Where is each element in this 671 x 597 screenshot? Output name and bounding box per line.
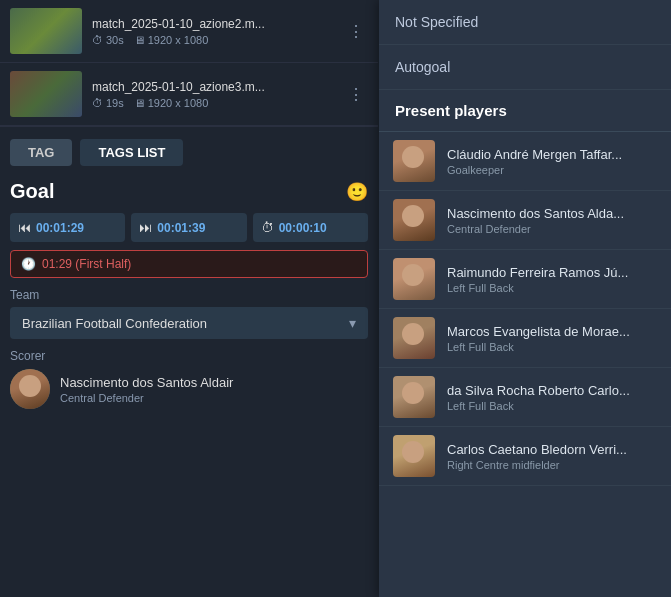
- scorer-info: Nascimento dos Santos Aldair Central Def…: [60, 375, 233, 404]
- player-info-5: Carlos Caetano Bledorn Verri... Right Ce…: [447, 442, 657, 471]
- time-row: ⏮ 00:01:29 ⏭ 00:01:39 ⏱ 00:00:10: [10, 213, 368, 242]
- time-duration-icon: ⏱: [261, 220, 274, 235]
- player-name-4: da Silva Rocha Roberto Carlo...: [447, 383, 657, 398]
- player-name-3: Marcos Evangelista de Morae...: [447, 324, 657, 339]
- half-icon: 🕐: [21, 257, 36, 271]
- video-duration-2: ⏱ 19s: [92, 97, 124, 109]
- time-start-val: 00:01:29: [36, 221, 84, 235]
- player-item-4[interactable]: da Silva Rocha Roberto Carlo... Left Ful…: [379, 368, 671, 427]
- half-pill[interactable]: 🕐 01:29 (First Half): [10, 250, 368, 278]
- chevron-down-icon: ▾: [349, 315, 356, 331]
- player-position-0: Goalkeeper: [447, 164, 657, 176]
- player-position-3: Left Full Back: [447, 341, 657, 353]
- player-name-5: Carlos Caetano Bledorn Verri...: [447, 442, 657, 457]
- video-list: match_2025-01-10_azione2.m... ⏱ 30s 🖥 19…: [0, 0, 378, 127]
- scorer-name: Nascimento dos Santos Aldair: [60, 375, 233, 390]
- video-name-2: match_2025-01-10_azione3.m...: [92, 80, 334, 94]
- player-position-2: Left Full Back: [447, 282, 657, 294]
- team-value: Brazilian Football Confederation: [22, 316, 207, 331]
- player-name-2: Raimundo Ferreira Ramos Jú...: [447, 265, 657, 280]
- dropdown-not-specified[interactable]: Not Specified: [379, 0, 671, 45]
- time-duration-pill[interactable]: ⏱ 00:00:10: [253, 213, 368, 242]
- player-info-1: Nascimento dos Santos Alda... Central De…: [447, 206, 657, 235]
- player-info-2: Raimundo Ferreira Ramos Jú... Left Full …: [447, 265, 657, 294]
- right-panel-dropdown: Not Specified Autogoal Present players C…: [379, 0, 671, 597]
- player-info-4: da Silva Rocha Roberto Carlo... Left Ful…: [447, 383, 657, 412]
- player-avatar-4: [393, 376, 435, 418]
- time-end-icon: ⏭: [139, 220, 152, 235]
- screen-icon-1: 🖥: [134, 34, 145, 46]
- player-info-0: Cláudio André Mergen Taffar... Goalkeepe…: [447, 147, 657, 176]
- video-thumb-2: [10, 71, 82, 117]
- scorer-position: Central Defender: [60, 392, 233, 404]
- time-end-pill[interactable]: ⏭ 00:01:39: [131, 213, 246, 242]
- half-label: 01:29 (First Half): [42, 257, 131, 271]
- team-label: Team: [10, 288, 368, 302]
- player-avatar-1: [393, 199, 435, 241]
- player-item-5[interactable]: Carlos Caetano Bledorn Verri... Right Ce…: [379, 427, 671, 486]
- scorer-label: Scorer: [10, 349, 368, 363]
- dropdown-autogoal[interactable]: Autogoal: [379, 45, 671, 90]
- player-position-4: Left Full Back: [447, 400, 657, 412]
- video-menu-btn-2[interactable]: ⋮: [344, 83, 368, 106]
- player-item-3[interactable]: Marcos Evangelista de Morae... Left Full…: [379, 309, 671, 368]
- player-avatar-3: [393, 317, 435, 359]
- present-players-header: Present players: [379, 90, 671, 132]
- video-meta-1: ⏱ 30s 🖥 1920 x 1080: [92, 34, 334, 46]
- player-avatar-0: [393, 140, 435, 182]
- video-item-2: match_2025-01-10_azione3.m... ⏱ 19s 🖥 19…: [0, 63, 378, 126]
- player-item-0[interactable]: Cláudio André Mergen Taffar... Goalkeepe…: [379, 132, 671, 191]
- video-item-1: match_2025-01-10_azione2.m... ⏱ 30s 🖥 19…: [0, 0, 378, 63]
- video-menu-btn-1[interactable]: ⋮: [344, 20, 368, 43]
- video-resolution-1: 🖥 1920 x 1080: [134, 34, 209, 46]
- player-position-5: Right Centre midfielder: [447, 459, 657, 471]
- goal-title-text: Goal: [10, 180, 54, 203]
- goal-title-row: Goal 🙂: [10, 180, 368, 203]
- player-item-1[interactable]: Nascimento dos Santos Alda... Central De…: [379, 191, 671, 250]
- clock-icon-1: ⏱: [92, 34, 103, 46]
- video-meta-2: ⏱ 19s 🖥 1920 x 1080: [92, 97, 334, 109]
- player-avatar-2: [393, 258, 435, 300]
- time-duration-val: 00:00:10: [279, 221, 327, 235]
- video-duration-1: ⏱ 30s: [92, 34, 124, 46]
- video-name-1: match_2025-01-10_azione2.m...: [92, 17, 334, 31]
- player-avatar-5: [393, 435, 435, 477]
- scorer-row: Nascimento dos Santos Aldair Central Def…: [10, 369, 368, 409]
- player-name-1: Nascimento dos Santos Alda...: [447, 206, 657, 221]
- time-end-val: 00:01:39: [157, 221, 205, 235]
- video-info-2: match_2025-01-10_azione3.m... ⏱ 19s 🖥 19…: [92, 80, 334, 109]
- tab-tags-list[interactable]: TAGS LIST: [80, 139, 183, 166]
- video-thumb-1: [10, 8, 82, 54]
- player-item-2[interactable]: Raimundo Ferreira Ramos Jú... Left Full …: [379, 250, 671, 309]
- time-start-pill[interactable]: ⏮ 00:01:29: [10, 213, 125, 242]
- clock-icon-2: ⏱: [92, 97, 103, 109]
- player-name-0: Cláudio André Mergen Taffar...: [447, 147, 657, 162]
- scorer-avatar: [10, 369, 50, 409]
- team-select[interactable]: Brazilian Football Confederation ▾: [10, 307, 368, 339]
- goal-section: Goal 🙂 ⏮ 00:01:29 ⏭ 00:01:39 ⏱ 00:00:10 …: [0, 174, 378, 419]
- player-position-1: Central Defender: [447, 223, 657, 235]
- time-start-icon: ⏮: [18, 220, 31, 235]
- tabs-row: TAG TAGS LIST: [0, 127, 378, 174]
- video-info-1: match_2025-01-10_azione2.m... ⏱ 30s 🖥 19…: [92, 17, 334, 46]
- left-panel: match_2025-01-10_azione2.m... ⏱ 30s 🖥 19…: [0, 0, 378, 597]
- emoji-icon: 🙂: [346, 181, 368, 203]
- tab-tag[interactable]: TAG: [10, 139, 72, 166]
- player-info-3: Marcos Evangelista de Morae... Left Full…: [447, 324, 657, 353]
- screen-icon-2: 🖥: [134, 97, 145, 109]
- video-resolution-2: 🖥 1920 x 1080: [134, 97, 209, 109]
